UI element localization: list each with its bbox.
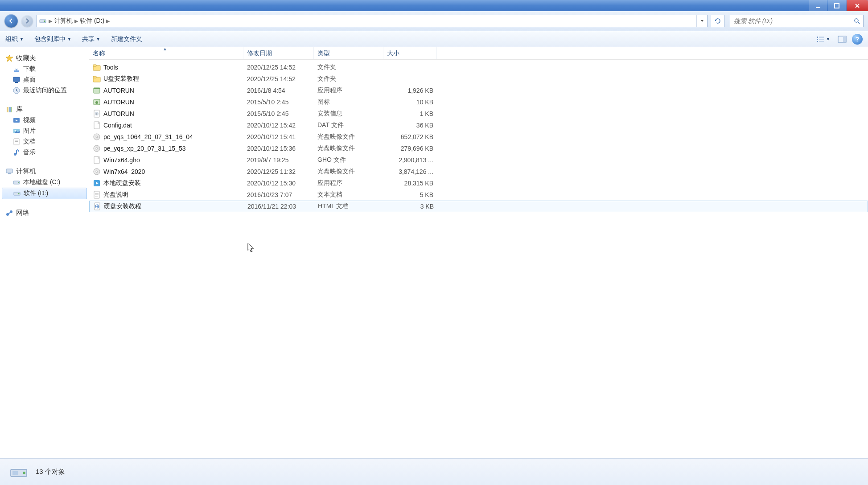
file-name: pe_yqs_xp_20_07_31_15_53 — [103, 145, 186, 152]
star-icon — [5, 54, 13, 62]
file-row[interactable]: 光盘说明2016/10/23 7:07文本文档5 KB — [89, 189, 868, 201]
svg-rect-47 — [835, 4, 839, 8]
sidebar: 收藏夹 下载 桌面 最近访问的位置 库 视频 图片 文档 音乐 计算机 本地磁盘… — [0, 47, 89, 458]
sidebar-item-desktop[interactable]: 桌面 — [2, 74, 87, 85]
file-type-cell: 文件夹 — [314, 63, 383, 71]
file-row[interactable]: pe_yqs_1064_20_07_31_16_042020/10/12 15:… — [89, 131, 868, 143]
sidebar-item-recent[interactable]: 最近访问的位置 — [2, 85, 87, 96]
file-type-cell: 应用程序 — [314, 86, 383, 95]
search-icon[interactable] — [851, 17, 863, 25]
file-row[interactable]: AUTORUN2016/1/8 4:54应用程序1,926 KB — [89, 85, 868, 96]
breadcrumb-drive[interactable]: 软件 (D:) — [78, 17, 106, 25]
breadcrumb-computer[interactable]: 计算机 — [52, 17, 74, 25]
file-type-cell: HTML 文档 — [314, 202, 384, 210]
file-name-cell: 硬盘安装教程 — [90, 202, 244, 210]
forward-button[interactable] — [21, 15, 33, 27]
include-in-library-button[interactable]: 包含到库中▼ — [34, 35, 71, 43]
navigation-bar: ▶ 计算机 ▶ 软件 (D:) ▶ — [0, 11, 868, 31]
file-row[interactable]: Win7x64.gho2019/9/7 19:25GHO 文件2,900,813… — [89, 154, 868, 166]
file-date-cell: 2016/11/21 22:03 — [244, 203, 314, 210]
svg-rect-57 — [819, 41, 824, 42]
new-folder-button[interactable]: 新建文件夹 — [111, 35, 142, 43]
network-icon — [5, 209, 13, 217]
svg-rect-59 — [843, 36, 846, 42]
back-button[interactable] — [4, 14, 18, 28]
file-row[interactable]: AUTORUN2015/5/10 2:45安装信息1 KB — [89, 108, 868, 119]
computer-group[interactable]: 计算机 — [2, 166, 87, 177]
libraries-group[interactable]: 库 — [2, 104, 87, 115]
file-row[interactable]: Config.dat2020/10/12 15:42DAT 文件36 KB — [89, 119, 868, 131]
close-button[interactable] — [847, 0, 868, 11]
sidebar-item-drive-d[interactable]: 软件 (D:) — [2, 188, 87, 199]
file-row[interactable]: Win7x64_20202020/12/25 11:32光盘映像文件3,874,… — [89, 166, 868, 177]
file-name-cell: Win7x64_2020 — [89, 168, 243, 176]
view-mode-button[interactable]: ▼ — [814, 35, 832, 44]
file-date-cell: 2016/10/23 7:07 — [243, 191, 314, 198]
address-bar[interactable]: ▶ 计算机 ▶ 软件 (D:) ▶ — [37, 15, 708, 27]
minimize-button[interactable] — [809, 0, 827, 11]
organize-button[interactable]: 组织▼ — [5, 35, 24, 43]
file-name-cell: pe_yqs_xp_20_07_31_15_53 — [89, 144, 243, 152]
column-header-size[interactable]: 大小 — [383, 47, 437, 59]
search-input[interactable] — [730, 17, 851, 25]
chevron-right-icon: ▶ — [106, 18, 110, 24]
preview-pane-button[interactable] — [837, 34, 847, 45]
main-area: 收藏夹 下载 桌面 最近访问的位置 库 视频 图片 文档 音乐 计算机 本地磁盘… — [0, 47, 868, 458]
file-row[interactable]: 本地硬盘安装2020/10/12 15:30应用程序28,315 KB — [89, 177, 868, 189]
app-icon — [93, 179, 101, 187]
file-name: Win7x64_2020 — [103, 168, 145, 175]
video-icon — [12, 116, 21, 124]
file-date-cell: 2020/12/25 14:52 — [243, 64, 314, 71]
txt-icon — [93, 191, 101, 199]
sidebar-item-pictures[interactable]: 图片 — [2, 126, 87, 136]
file-name: Config.dat — [103, 122, 132, 129]
file-date-cell: 2016/1/8 4:54 — [243, 87, 314, 94]
svg-rect-56 — [819, 39, 824, 40]
sidebar-item-music[interactable]: 音乐 — [2, 147, 87, 158]
file-size-cell: 3,874,126 ... — [383, 168, 437, 175]
file-date-cell: 2019/9/7 19:25 — [243, 156, 314, 164]
file-size-cell: 36 KB — [383, 122, 437, 129]
file-row[interactable]: Tools2020/12/25 14:52文件夹 — [89, 62, 868, 73]
file-type-cell: 文本文档 — [314, 191, 383, 199]
sidebar-item-downloads[interactable]: 下载 — [2, 64, 87, 74]
file-row[interactable]: 硬盘安装教程2016/11/21 22:03HTML 文档3 KB — [89, 201, 868, 212]
address-dropdown-button[interactable] — [696, 15, 707, 27]
file-row[interactable]: pe_yqs_xp_20_07_31_15_532020/10/12 15:36… — [89, 143, 868, 154]
recent-icon — [12, 86, 21, 95]
chevron-down-icon: ▼ — [826, 37, 830, 41]
file-row[interactable]: AUTORUN2015/5/10 2:45图标10 KB — [89, 96, 868, 108]
library-icon — [5, 106, 13, 114]
svg-point-50 — [855, 19, 858, 22]
share-button[interactable]: 共享▼ — [82, 35, 100, 43]
file-size-cell: 28,315 KB — [383, 180, 437, 187]
maximize-button[interactable] — [828, 0, 846, 11]
file-name-cell: U盘安装教程 — [89, 75, 243, 83]
file-name: AUTORUN — [103, 110, 134, 117]
sidebar-item-documents[interactable]: 文档 — [2, 136, 87, 147]
html-icon — [93, 202, 101, 210]
file-name-cell: pe_yqs_1064_20_07_31_16_04 — [89, 133, 243, 141]
file-size-cell: 1,926 KB — [383, 87, 437, 94]
file-type-cell: 光盘映像文件 — [314, 133, 383, 141]
file-row[interactable]: U盘安装教程2020/12/25 14:52文件夹 — [89, 73, 868, 85]
column-header-type[interactable]: 类型 — [314, 47, 383, 59]
sidebar-item-drive-c[interactable]: 本地磁盘 (C:) — [2, 177, 87, 188]
svg-rect-53 — [817, 39, 818, 40]
search-box[interactable] — [730, 15, 864, 27]
file-name: pe_yqs_1064_20_07_31_16_04 — [103, 133, 193, 140]
column-headers: ▲ 名称 修改日期 类型 大小 — [89, 47, 868, 60]
refresh-button[interactable] — [711, 15, 724, 27]
column-header-date[interactable]: 修改日期 — [243, 47, 314, 59]
file-size-cell: 10 KB — [383, 99, 437, 106]
file-size-cell: 2,900,813 ... — [383, 156, 437, 164]
favorites-group[interactable]: 收藏夹 — [2, 53, 87, 64]
network-group[interactable]: 网络 — [2, 207, 87, 218]
help-button[interactable]: ? — [852, 34, 863, 45]
file-date-cell: 2020/10/12 15:36 — [243, 145, 314, 152]
file-size-cell: 3 KB — [384, 203, 437, 210]
file-date-cell: 2020/12/25 11:32 — [243, 168, 314, 175]
sidebar-item-videos[interactable]: 视频 — [2, 115, 87, 126]
file-name: U盘安装教程 — [103, 75, 139, 83]
dat-icon — [93, 121, 101, 129]
